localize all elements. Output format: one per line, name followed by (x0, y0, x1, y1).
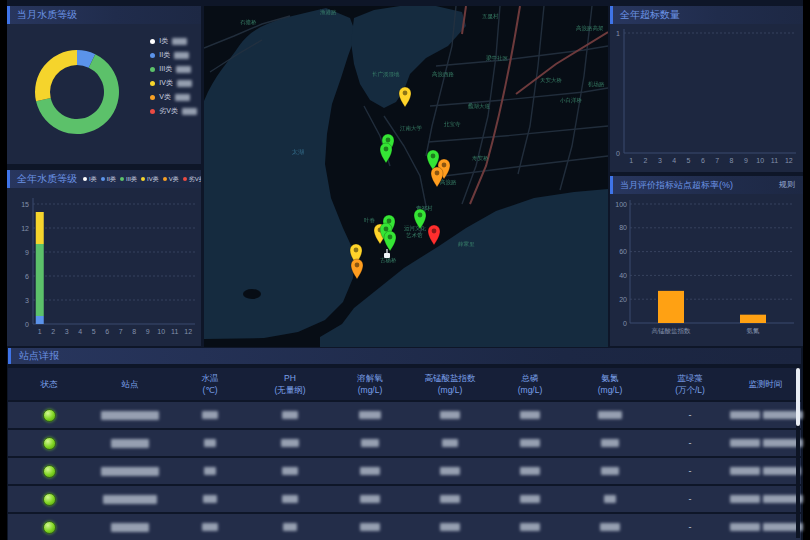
legend-item[interactable]: V类 (163, 170, 179, 188)
panel-year-exceed: 全年超标数量 10123456789101112 (610, 6, 803, 172)
map-place-label: 北宝寺 (443, 121, 461, 128)
station-pin-green[interactable] (384, 231, 396, 251)
redacted-date (730, 467, 760, 475)
redacted-value (204, 439, 216, 447)
legend-label: 劣V类 (159, 106, 178, 116)
redacted-value (282, 495, 298, 503)
table-scrollbar[interactable] (796, 368, 800, 538)
legend-label: II类 (159, 50, 170, 60)
redacted-value (177, 80, 192, 87)
status-cell (8, 521, 90, 534)
map-place-label: 高浪路 (440, 179, 457, 186)
redacted-value (604, 495, 616, 503)
map-place-label: 渔港路 (320, 9, 337, 16)
table-row[interactable]: - (8, 430, 801, 456)
table-row[interactable]: - (8, 486, 801, 512)
value-cell (570, 439, 650, 447)
value-cell (570, 523, 650, 531)
svg-text:2: 2 (51, 328, 55, 335)
status-ok-icon (43, 521, 56, 534)
svg-text:1: 1 (616, 30, 620, 37)
column-header-总磷: 总磷(mg/L) (490, 368, 570, 400)
panel-year-exceed-header: 全年超标数量 (610, 6, 803, 24)
table-row[interactable]: - (8, 458, 801, 484)
legend-label: I类 (89, 170, 97, 188)
panel-year-exceed-title: 全年超标数量 (620, 6, 680, 24)
table-row[interactable]: - (8, 402, 801, 428)
selected-station-icon[interactable] (384, 249, 390, 258)
station-pin-red[interactable] (428, 225, 440, 245)
value-cell (170, 439, 250, 447)
svg-text:6: 6 (701, 157, 705, 164)
svg-text:12: 12 (184, 328, 192, 335)
site-cell (90, 467, 170, 476)
legend-item[interactable]: 劣V类 (183, 170, 201, 188)
map-place-label: 古杨桥 (380, 257, 397, 264)
station-report-table: 站点详报 状态站点水温(℃)PH(无量纲)溶解氧(mg/L)高锰酸盐指数(mg/… (8, 348, 801, 540)
table-title: 站点详报 (8, 348, 801, 364)
redacted-value (520, 495, 540, 503)
value-cell (570, 495, 650, 503)
svg-text:20: 20 (619, 296, 627, 303)
stack-bar-III类 (36, 244, 44, 316)
value-cell (570, 467, 650, 475)
year-quality-stacked-bar-chart: 03691215123456789101112 (7, 188, 201, 346)
legend-dot (150, 109, 155, 114)
legend-item[interactable]: I类 (83, 170, 97, 188)
legend-dot (150, 67, 155, 72)
redacted-date (730, 495, 760, 503)
redacted-value (601, 439, 619, 447)
redacted-value (360, 523, 380, 531)
table-header-row: 状态站点水温(℃)PH(无量纲)溶解氧(mg/L)高锰酸盐指数(mg/L)总磷(… (8, 368, 801, 400)
column-header-PH: PH(无量纲) (250, 368, 330, 400)
legend-item[interactable]: IV类 (150, 76, 197, 90)
legend-dot (150, 39, 155, 44)
svg-text:60: 60 (619, 248, 627, 255)
legend-item[interactable]: II类 (101, 170, 116, 188)
map-place-label: 高浪路高架 (576, 25, 604, 32)
legend-item[interactable]: III类 (150, 62, 197, 76)
legend-item[interactable]: 劣V类 (150, 104, 197, 118)
map-place-label: 五星村 (482, 13, 499, 20)
map-place-label: 寿安桥 (472, 155, 489, 161)
svg-text:9: 9 (744, 157, 748, 164)
svg-text:0: 0 (623, 320, 627, 327)
redacted-value (520, 523, 540, 531)
map-place-label: 蠡湖大道 (468, 102, 491, 109)
svg-text:2: 2 (644, 157, 648, 164)
station-pin-yellow[interactable] (399, 87, 411, 107)
svg-text:12: 12 (785, 157, 793, 164)
station-pin-green[interactable] (380, 143, 392, 163)
legend-item[interactable]: III类 (120, 170, 137, 188)
legend-dot (150, 95, 155, 100)
column-header-溶解氧: 溶解氧(mg/L) (330, 368, 410, 400)
algae-cell: - (650, 438, 730, 448)
donut-slice-IV类 (35, 50, 77, 101)
rules-link[interactable]: 规则 (779, 176, 803, 194)
legend-label: V类 (169, 170, 179, 188)
svg-text:氨氮: 氨氮 (747, 327, 761, 334)
value-cell (330, 495, 410, 503)
legend-item[interactable]: I类 (150, 34, 197, 48)
legend-label: IV类 (147, 170, 159, 188)
redacted-value (360, 467, 380, 475)
status-cell (8, 409, 90, 422)
legend-item[interactable]: V类 (150, 90, 197, 104)
map-canvas[interactable]: 石塘桥渔港路太湖长广溪湿地江南大学高浪西路北宝寺蠡湖大道寿安桥高浪路青祁村叶春运… (204, 6, 608, 347)
table-scrollbar-thumb[interactable] (796, 368, 800, 426)
legend-dot (163, 177, 167, 181)
value-cell (170, 411, 250, 419)
value-cell (330, 439, 410, 447)
svg-text:3: 3 (25, 297, 29, 304)
value-cell (410, 495, 490, 503)
status-ok-icon (43, 409, 56, 422)
panel-month-quality-header: 当月水质等级 (7, 6, 201, 24)
table-row[interactable]: - (8, 514, 801, 540)
rate-bar-氨氮 (740, 315, 766, 323)
legend-dot (83, 177, 87, 181)
legend-item[interactable]: IV类 (141, 170, 159, 188)
value-cell (490, 523, 570, 531)
panel-month-rate-title: 当月评价指标站点超标率(%) (620, 176, 733, 194)
legend-item[interactable]: II类 (150, 48, 197, 62)
legend-label: II类 (107, 170, 116, 188)
